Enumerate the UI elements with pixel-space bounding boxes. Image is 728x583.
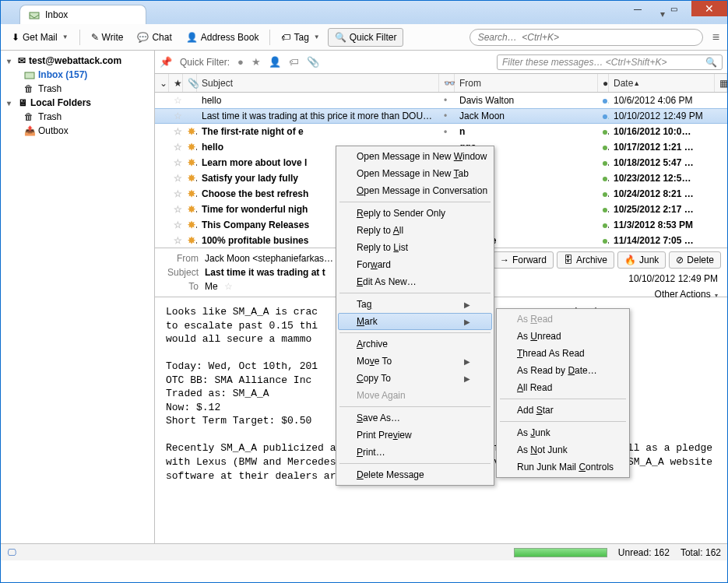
main-toolbar: ⬇Get Mail▼ ✎Write 💬Chat 👤Address Book 🏷T… [1,24,727,51]
menu-copy-to[interactable]: Copy To▶ [338,370,492,387]
read-dot-icon [603,177,607,181]
archive-button[interactable]: 🗄Archive [557,251,614,269]
column-picker[interactable]: ▦ [715,74,727,92]
getmail-button[interactable]: ⬇Get Mail▼ [5,29,75,46]
new-icon: ✸ [188,126,197,137]
menu-open-tab[interactable]: Open Message in New Tab [338,165,492,182]
progress-bar [514,548,607,557]
new-icon: ✸ [188,235,197,246]
inbox-icon [24,69,35,80]
tabs-dropdown-icon[interactable]: ▾ [660,9,665,19]
minimize-button[interactable]: — [620,1,656,16]
menu-thread-read[interactable]: Thread As Read [498,345,628,362]
menu-print[interactable]: Print… [338,444,492,461]
write-button[interactable]: ✎Write [85,29,130,46]
star-icon[interactable]: ☆ [174,95,183,106]
sidebar-trash[interactable]: 🗑Trash [1,82,154,96]
search-input[interactable] [470,29,703,46]
addressbook-button[interactable]: 👤Address Book [180,29,266,46]
star-icon[interactable]: ☆ [224,281,233,292]
forward-icon: → [500,255,509,265]
sidebar-outbox[interactable]: 📤Outbox [1,124,154,138]
menu-reply-all[interactable]: Reply to All [338,222,492,239]
readstatus-column[interactable]: ● [598,74,609,92]
menu-run-junk[interactable]: Run Junk Mail Controls [498,458,628,476]
star-icon[interactable]: ☆ [174,220,183,230]
message-row[interactable]: ☆Last time it was trading at this price … [155,108,727,124]
menu-tag[interactable]: Tag▶ [338,296,492,313]
star-icon[interactable]: ☆ [174,204,183,215]
message-row[interactable]: ☆✸The first-rate night of e•n10/16/2012 … [155,124,727,139]
menu-all-read[interactable]: All Read [498,379,628,396]
close-button[interactable]: ✕ [691,1,727,16]
message-date: 11/14/2012 7:05 … [609,235,715,246]
contact-filter-icon[interactable]: 👤 [269,56,281,68]
tag-button[interactable]: 🏷Tag▼ [275,29,325,46]
read-dot-icon [603,192,607,197]
star-icon[interactable]: ☆ [174,142,183,153]
menu-move-to[interactable]: Move To▶ [338,353,492,370]
menu-as-junk[interactable]: As Junk [498,424,628,441]
tag-filter-icon[interactable]: 🏷 [289,56,299,68]
forward-button[interactable]: →Forward [493,251,554,269]
message-from: n [455,126,598,137]
localfolders-node[interactable]: ▾🖥Local Folders [1,96,154,110]
menu-forward[interactable]: Forward [338,256,492,273]
star-icon[interactable]: ☆ [174,126,183,137]
menu-delete[interactable]: Delete Message [338,466,492,483]
attach-column[interactable]: 📎 [183,74,197,92]
date-column[interactable]: Date ▲ [609,74,715,92]
correspondent-column[interactable]: 👓 [439,74,455,92]
to-label: To [163,281,199,292]
account-node[interactable]: ▾✉test@webattack.com [1,54,154,68]
menu-add-star[interactable]: Add Star [498,402,628,419]
menu-reply-sender[interactable]: Reply to Sender Only [338,205,492,222]
menu-open-window[interactable]: Open Message in New Window [338,148,492,165]
menu-archive[interactable]: Archive [338,335,492,353]
online-icon[interactable]: 🖵 [7,547,16,558]
junk-button[interactable]: 🔥Junk [617,251,666,269]
star-column[interactable]: ★ [169,74,183,92]
sidebar-inbox[interactable]: Inbox (157) [1,68,154,82]
read-dot-icon [603,239,607,244]
menu-save-as[interactable]: Save As… [338,409,492,427]
star-icon[interactable]: ☆ [174,157,183,168]
menu-as-unread[interactable]: As Unread [498,328,628,345]
star-icon[interactable]: ☆ [174,111,183,121]
star-icon[interactable]: ☆ [174,188,183,199]
attach-filter-icon[interactable]: 📎 [307,56,319,68]
menu-read-by-date[interactable]: As Read by Date… [498,362,628,379]
menu-open-conv[interactable]: Open Message in Conversation [338,182,492,199]
star-icon[interactable]: ☆ [174,173,183,184]
menu-not-junk[interactable]: As Not Junk [498,441,628,458]
from-column[interactable]: From [455,74,598,92]
filter-input[interactable]: Filter these messages… <Ctrl+Shift+K>🔍 [497,54,723,70]
new-icon: ✸ [188,173,197,184]
star-icon[interactable]: ☆ [174,235,183,246]
subject-column[interactable]: Subject [197,74,439,92]
read-dot-icon [603,146,607,150]
thread-column[interactable]: ⌄ [155,74,169,92]
download-icon: ⬇ [12,32,19,43]
read-dot-icon [603,130,607,135]
unread-filter-icon[interactable]: ● [237,56,244,68]
message-date: 10/24/2012 8:21 … [609,188,715,199]
message-list-header: ⌄ ★ 📎 Subject 👓 From ● Date ▲ ▦ [155,74,727,93]
quickfilter-button[interactable]: 🔍Quick Filter [328,28,404,47]
delete-button[interactable]: ⊘Delete [669,251,721,269]
menu-edit-new[interactable]: Edit As New… [338,273,492,290]
message-subject: The first-rate night of e [197,126,439,137]
pin-icon[interactable]: 📌 [160,56,172,68]
menu-reply-list[interactable]: Reply to List [338,239,492,256]
message-from: Jack Moon [455,111,598,121]
star-filter-icon[interactable]: ★ [251,56,261,68]
message-row[interactable]: ☆hello•Davis Walton10/6/2012 4:06 PM [155,93,727,108]
menu-mark[interactable]: Mark▶ [338,313,492,330]
app-menu-button[interactable]: ≡ [712,30,719,44]
tag-icon: 🏷 [281,32,290,43]
sidebar-trash2[interactable]: 🗑Trash [1,110,154,124]
menu-print-preview[interactable]: Print Preview [338,427,492,444]
other-actions-button[interactable]: Other Actions ▾ [655,289,718,300]
tab-inbox[interactable]: Inbox [19,5,146,24]
chat-button[interactable]: 💬Chat [131,29,178,46]
